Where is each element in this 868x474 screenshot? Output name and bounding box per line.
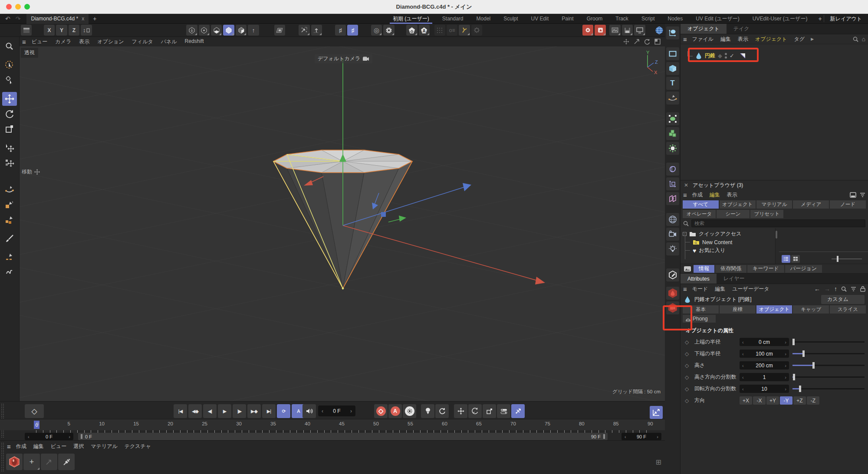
object-manager-menu-item[interactable]: ファイル (689, 36, 717, 43)
snap-rotate-icon[interactable] (311, 25, 322, 36)
back-arrow-icon[interactable]: ← (814, 285, 820, 292)
camera-label[interactable]: デフォルトカメラ (315, 54, 372, 63)
attribute-section-tab[interactable]: キャップ (793, 305, 829, 314)
spline-pen-icon[interactable] (2, 183, 17, 196)
model-mode-icon[interactable] (223, 25, 234, 36)
fcurve-editor-button[interactable] (650, 406, 663, 419)
parameter-key-toggle[interactable] (497, 404, 510, 418)
attribute-menu-item[interactable]: モード (689, 285, 712, 293)
previous-key-button[interactable]: ◀◆ (188, 404, 202, 418)
keyframe-diamond-icon[interactable]: ◇ (685, 363, 694, 369)
loop-button[interactable]: ⟳ (277, 404, 290, 418)
generator-icon[interactable] (666, 112, 679, 125)
tree-item-new-content[interactable]: New Content (681, 238, 775, 246)
object-manager-menu-item[interactable]: オブジェクト (752, 36, 791, 43)
scale-key-toggle[interactable] (483, 404, 496, 418)
frame-increment-icon[interactable]: › (347, 408, 355, 414)
projection-label[interactable]: 透視 (21, 48, 38, 58)
keyframe-settings-button[interactable] (403, 404, 416, 418)
material-menu-item[interactable]: ビュー (47, 443, 70, 450)
asset-search-input[interactable] (691, 219, 865, 227)
slider-thumb[interactable] (793, 374, 795, 380)
asset-filter-tab[interactable]: メディア (793, 200, 829, 209)
redshift-render-icon[interactable] (595, 25, 605, 36)
redshift-material-icon[interactable] (666, 287, 679, 300)
attribute-manager-tab[interactable]: Attributes (681, 274, 717, 284)
add-layout-button[interactable]: + (818, 15, 822, 22)
cube-primitive-icon[interactable] (666, 62, 679, 75)
asset-content-area[interactable] (776, 228, 868, 264)
light-object-icon[interactable] (666, 242, 679, 255)
team-render-icon[interactable] (654, 25, 665, 36)
increment-icon[interactable]: › (782, 351, 789, 356)
home-icon[interactable]: ⌂ (862, 36, 865, 42)
layout-tab[interactable]: Nodes (661, 14, 690, 24)
effector-gear-icon[interactable] (666, 142, 679, 155)
asset-filter-tab[interactable]: オペレータ (683, 210, 716, 218)
range-slider[interactable]: 0 F 90 F (78, 433, 608, 440)
search-icon[interactable] (841, 286, 847, 292)
material-menu-item[interactable]: 選択 (70, 443, 87, 450)
promote-material-icon[interactable] (41, 454, 57, 470)
rotation-key-toggle[interactable] (468, 404, 482, 418)
attribute-value-field[interactable]: ‹200 cm› (740, 361, 789, 369)
symmetry-planes-icon[interactable] (666, 192, 679, 205)
attribute-slider[interactable] (792, 365, 865, 366)
asset-info-tab[interactable]: バージョン (785, 265, 822, 273)
interactive-render-region-icon[interactable]: ◎ (371, 25, 382, 36)
material-menu-item[interactable]: テクスチャ (121, 443, 155, 450)
lock-icon[interactable] (860, 286, 865, 292)
asset-info-tab[interactable]: 依存関係 (715, 265, 746, 273)
tree-item-favorites[interactable]: ♥ お気に入り (681, 246, 775, 255)
circle-lines-icon[interactable]: o≡ (447, 25, 457, 36)
up-arrow-icon[interactable]: ↑ (834, 285, 837, 292)
slider-thumb[interactable] (812, 362, 815, 369)
asset-browser-menu-item[interactable]: 編集 (706, 191, 723, 199)
axis-x-button[interactable]: X (44, 25, 55, 36)
viewport-menu-item[interactable]: Redshift (181, 38, 208, 46)
viewport-menu-item[interactable]: オプション (93, 38, 128, 46)
axis-y-button[interactable]: Y (56, 25, 67, 36)
go-to-start-button[interactable]: |◀ (174, 404, 187, 418)
layout-tab[interactable]: Paint (555, 14, 580, 24)
collapse-icon[interactable]: − (683, 232, 687, 236)
live-selection-icon[interactable] (2, 58, 17, 72)
rotate-view-icon[interactable] (644, 39, 650, 45)
close-document-icon[interactable]: x (82, 16, 84, 22)
attribute-section-tab[interactable]: 座標 (720, 305, 756, 314)
spline-smooth-icon[interactable] (2, 265, 17, 279)
asset-filter-tab[interactable]: すべて (683, 200, 719, 209)
attribute-section-tab[interactable]: スライス (830, 305, 866, 314)
texture-mode-icon[interactable] (236, 25, 247, 36)
decrement-icon[interactable]: ‹ (740, 375, 746, 380)
pen-dashed-icon[interactable] (2, 250, 17, 264)
document-tab[interactable]: Diamond-BCG.c4d * x (26, 14, 89, 24)
add-material-button[interactable]: + (23, 454, 40, 470)
asset-browser-menu-icon[interactable]: ≡ (683, 191, 687, 199)
play-button[interactable]: ▶ (218, 404, 231, 418)
grid-snap-icon[interactable]: ♯ (335, 25, 346, 36)
viewport[interactable]: ≡ ビューカメラ表示オプションフィルタパネルRedshift (20, 37, 665, 401)
zoom-tool-icon[interactable] (2, 39, 17, 53)
record-keyframe-button[interactable] (374, 404, 388, 418)
viewport-menu-item[interactable]: パネル (157, 38, 181, 46)
object-list[interactable]: 円錐 ◆ ✓ (681, 44, 868, 180)
current-frame-field[interactable]: ‹ 0 F › (318, 405, 355, 416)
decrement-icon[interactable]: ‹ (740, 340, 746, 345)
new-layout-button[interactable]: 新レイアウト (830, 15, 862, 23)
layout-tab[interactable]: UVEdit-User (ユーザー) (746, 14, 814, 24)
layout-tab[interactable]: Script (635, 14, 661, 24)
frame-decrement-icon[interactable]: ‹ (318, 408, 327, 414)
make-editable-icon[interactable] (186, 25, 197, 36)
keyframe-diamond-icon[interactable]: ◇ (685, 351, 694, 357)
position-record-icon[interactable] (421, 404, 434, 418)
dots-grid-icon[interactable] (434, 25, 445, 36)
attribute-group-title[interactable]: オブジェクトの属性 (681, 323, 868, 336)
tree-item-quick-access[interactable]: − クイックアクセス (681, 230, 775, 238)
custom-preset-button[interactable]: カスタム (821, 295, 865, 304)
object-manager-tab[interactable]: オブジェクト (681, 24, 727, 34)
list-view-icon[interactable] (782, 255, 790, 263)
sketch-pen-icon[interactable] (2, 198, 17, 212)
layout-tab[interactable]: Groom (580, 14, 609, 24)
environment-globe-icon[interactable] (666, 213, 679, 226)
